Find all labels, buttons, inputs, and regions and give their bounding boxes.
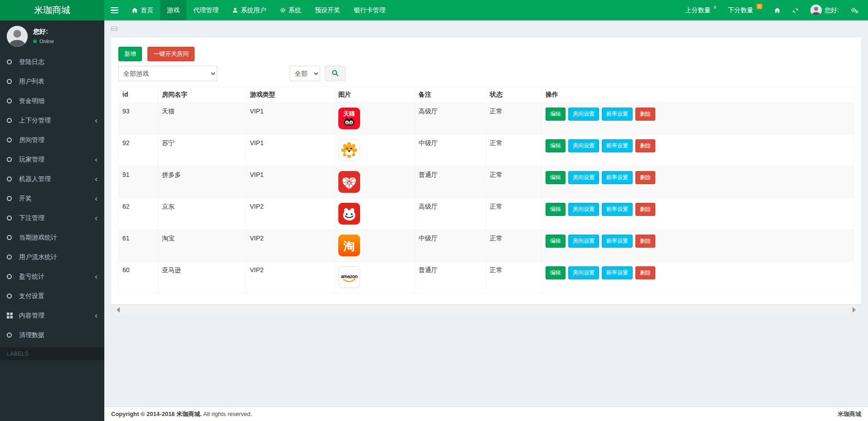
sidebar: 您好: Online 登陆日志用户列表资金明细上下分管理‹房间管理玩家管理‹机器… [0, 20, 104, 421]
sidebar-item-profit-stats[interactable]: 盈亏统计‹ [0, 267, 104, 286]
column-header: 操作 [542, 87, 854, 103]
delete-button[interactable]: 删除 [635, 108, 655, 121]
cell-actions: 编辑房间设置赔率设置删除 [542, 135, 854, 166]
delete-button[interactable]: 删除 [635, 171, 655, 184]
odds-settings-button[interactable]: 赔率设置 [602, 139, 633, 152]
brand-logo[interactable]: 米珈商城 [0, 0, 104, 20]
edit-button[interactable]: 编辑 [546, 139, 566, 152]
cell-remark: 中级厅 [415, 135, 486, 166]
footer: Copyright © 2014-2018 米珈商城. All rights r… [104, 406, 868, 421]
cell-game-type: VIP2 [246, 198, 335, 230]
sidebar-item-user-flow-stats[interactable]: 用户流水统计 [0, 247, 104, 267]
sidebar-item-draw[interactable]: 开奖‹ [0, 189, 104, 208]
status-filter-select[interactable]: 全部 [290, 66, 320, 81]
sidebar-item-label: 用户列表 [19, 78, 44, 86]
edit-button[interactable]: 编辑 [546, 171, 566, 184]
taobao-icon: 淘 [338, 235, 360, 256]
edit-button[interactable]: 编辑 [546, 108, 566, 121]
nav-item-home[interactable]: 首页 [125, 0, 160, 20]
sidebar-item-content-management[interactable]: 内容管理‹ [0, 306, 104, 325]
odds-settings-button[interactable]: 赔率设置 [602, 266, 633, 279]
sidebar-item-user-list[interactable]: 用户列表 [0, 72, 104, 91]
horizontal-scrollbar[interactable] [115, 305, 858, 314]
circle-icon [7, 255, 19, 259]
cell-room-name: 苏宁 [158, 135, 246, 166]
user-menu[interactable]: 您好: [805, 0, 845, 20]
sidebar-toggle-icon[interactable] [104, 0, 125, 20]
delete-button[interactable]: 删除 [635, 139, 655, 152]
svg-text:拼: 拼 [347, 181, 351, 185]
sidebar-item-label: 开奖 [19, 195, 32, 203]
room-settings-button[interactable]: 房间设置 [568, 203, 599, 216]
toggle-rooms-button[interactable]: 一键开关房间 [147, 47, 195, 61]
add-button[interactable]: 新增 [118, 47, 142, 61]
sidebar-item-current-game-stats[interactable]: 当期游戏统计 [0, 228, 104, 247]
sidebar-item-funds-detail[interactable]: 资金明细 [0, 91, 104, 111]
cell-remark: 普通厅 [415, 166, 486, 198]
score-down-link[interactable]: 下分数量0 [722, 0, 768, 20]
sidebar-labels-header: LABELS [0, 348, 104, 360]
room-settings-button[interactable]: 房间设置 [568, 235, 599, 248]
nav-item-label: 代理管理 [193, 6, 219, 15]
score-up-link[interactable]: 上分数量0 [679, 0, 722, 20]
sidebar-item-score-management[interactable]: 上下分管理‹ [0, 111, 104, 130]
odds-settings-button[interactable]: 赔率设置 [602, 108, 633, 121]
edit-button[interactable]: 编辑 [546, 266, 566, 279]
refresh-button[interactable] [786, 0, 805, 20]
sidebar-item-player-management[interactable]: 玩家管理‹ [0, 150, 104, 169]
sidebar-item-room-management[interactable]: 房间管理 [0, 130, 104, 150]
cell-actions: 编辑房间设置赔率设置删除 [542, 230, 854, 262]
room-settings-button[interactable]: 房间设置 [568, 171, 599, 184]
table-row: 62京东VIP2高级厅正常编辑房间设置赔率设置删除 [119, 198, 854, 230]
cell-room-name: 天猫 [158, 103, 246, 135]
odds-settings-button[interactable]: 赔率设置 [602, 171, 633, 184]
circle-icon [7, 98, 19, 103]
cell-id: 61 [119, 230, 158, 262]
scroll-left-arrow-icon[interactable] [117, 307, 120, 313]
odds-settings-button[interactable]: 赔率设置 [602, 203, 633, 216]
footer-brand: 米珈商城 [838, 410, 861, 418]
sidebar-item-label: 上下分管理 [19, 117, 51, 125]
chevron-left-icon: ‹ [95, 273, 98, 280]
sidebar-item-payment-settings[interactable]: 支付设置 [0, 286, 104, 306]
sidebar-item-label: 清理数据 [19, 331, 44, 339]
broken-image-icon [111, 25, 118, 34]
online-status-dot [33, 39, 37, 43]
delete-button[interactable]: 删除 [635, 203, 655, 216]
room-settings-button[interactable]: 房间设置 [568, 266, 599, 279]
table-header-row: id房间名字游戏类型图片备注状态操作 [119, 87, 854, 103]
odds-settings-button[interactable]: 赔率设置 [602, 235, 633, 248]
game-filter-select[interactable]: 全部游戏 [118, 66, 217, 81]
nav-item-agents[interactable]: 代理管理 [186, 0, 225, 20]
circle-icon [7, 137, 19, 142]
scroll-right-arrow-icon[interactable] [853, 307, 856, 313]
sidebar-item-bet-management[interactable]: 下注管理‹ [0, 208, 104, 228]
room-settings-button[interactable]: 房间设置 [568, 108, 599, 121]
table-row: 61淘宝VIP2淘中级厅正常编辑房间设置赔率设置删除 [119, 230, 854, 262]
settings-button[interactable] [845, 0, 864, 20]
nav-item-system-users[interactable]: 系统用户 [225, 0, 273, 20]
nav-item-label: 游戏 [167, 6, 180, 15]
search-button[interactable] [325, 66, 346, 81]
nav-item-label: 首页 [141, 6, 153, 15]
sidebar-item-clean-data[interactable]: 清理数据 [0, 325, 104, 345]
nav-item-bank-cards[interactable]: 银行卡管理 [347, 0, 392, 20]
pinduoduo-icon: 拼 [338, 171, 360, 193]
cell-image: 拼 [335, 166, 415, 198]
delete-button[interactable]: 删除 [635, 235, 655, 248]
home-shortcut-button[interactable] [768, 0, 786, 20]
cell-status: 正常 [486, 198, 542, 230]
room-settings-button[interactable]: 房间设置 [568, 139, 599, 152]
edit-button[interactable]: 编辑 [546, 235, 566, 248]
nav-item-system[interactable]: 系统 [273, 0, 308, 20]
online-status-label[interactable]: Online [39, 39, 54, 44]
cell-remark: 普通厅 [415, 262, 486, 294]
nav-item-preset-draw[interactable]: 预设开奖 [308, 0, 347, 20]
delete-button[interactable]: 删除 [635, 266, 655, 279]
user-icon [232, 7, 238, 13]
nav-item-games[interactable]: 游戏 [160, 0, 186, 20]
sidebar-item-robot-management[interactable]: 机器人管理‹ [0, 169, 104, 189]
sidebar-item-login-logs[interactable]: 登陆日志 [0, 52, 104, 72]
sidebar-item-label: 内容管理 [19, 312, 44, 320]
edit-button[interactable]: 编辑 [546, 203, 566, 216]
